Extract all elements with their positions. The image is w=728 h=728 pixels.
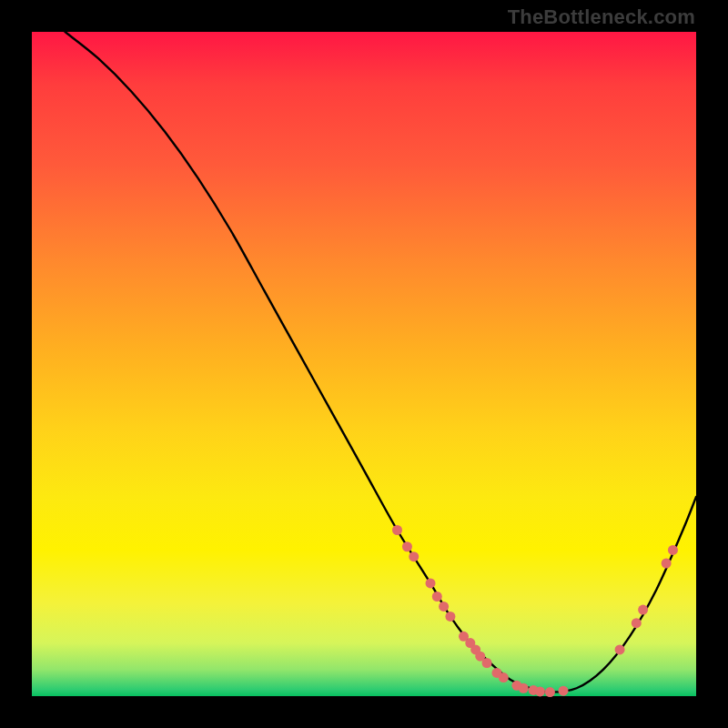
chart-frame: TheBottleneck.com (0, 0, 728, 728)
curve-line (66, 32, 697, 693)
marker-dot (559, 686, 569, 696)
marker-dot (615, 644, 625, 654)
watermark-text: TheBottleneck.com (508, 5, 695, 29)
marker-dot (482, 658, 492, 668)
marker-dot (638, 605, 648, 615)
plot-area (32, 32, 696, 696)
curve-markers (392, 525, 678, 697)
marker-dot (432, 592, 442, 602)
marker-dot (409, 551, 419, 561)
marker-dot (668, 545, 678, 555)
marker-dot (402, 541, 412, 551)
marker-dot (632, 618, 642, 628)
marker-dot (535, 686, 545, 696)
marker-dot (426, 578, 436, 588)
marker-dot (519, 683, 529, 693)
chart-svg (32, 32, 696, 696)
marker-dot (499, 672, 509, 682)
marker-dot (392, 525, 402, 535)
marker-dot (662, 559, 672, 569)
marker-dot (439, 602, 449, 612)
marker-dot (545, 687, 555, 697)
marker-dot (445, 612, 455, 622)
